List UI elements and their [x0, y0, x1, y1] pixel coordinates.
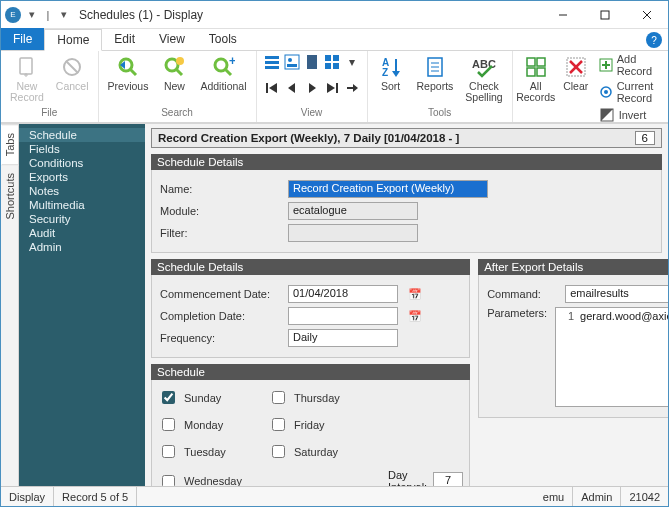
view-tab[interactable]: View [147, 28, 197, 50]
ribbon-group-view: ▾ View [257, 51, 368, 122]
svg-line-13 [176, 69, 182, 75]
vtab-shortcuts[interactable]: Shortcuts [2, 165, 18, 227]
frequency-field[interactable]: Daily [288, 329, 398, 347]
svg-point-22 [288, 58, 292, 62]
cancel-button[interactable]: Cancel [53, 53, 92, 94]
nav-last-icon[interactable] [323, 79, 341, 97]
current-record-button[interactable]: Current Record [599, 80, 667, 104]
close-button[interactable] [626, 1, 668, 28]
view-list-icon[interactable] [263, 53, 281, 71]
svg-marker-30 [269, 83, 277, 93]
nav-goto-icon[interactable] [343, 79, 361, 97]
qat-overflow-icon[interactable]: ▾ [57, 8, 71, 22]
all-records-button[interactable]: All Records [519, 53, 553, 105]
tools-tab[interactable]: Tools [197, 28, 249, 50]
minimize-button[interactable] [542, 1, 584, 28]
sort-button[interactable]: AZ Sort [374, 53, 408, 94]
label-module: Module: [160, 205, 280, 217]
view-dropdown-icon[interactable]: ▾ [343, 53, 361, 71]
reports-icon [423, 55, 447, 79]
ribbon-group-select: All Records Clear Add Record Current Rec… [513, 51, 669, 122]
nav-first-icon[interactable] [263, 79, 281, 97]
sidebar-item-audit[interactable]: Audit [19, 226, 145, 240]
chk-sunday[interactable]: Sunday [158, 388, 268, 407]
svg-text:ABC: ABC [472, 58, 496, 70]
maximize-button[interactable] [584, 1, 626, 28]
spellcheck-icon: ABC [472, 55, 496, 79]
sidebar-item-multimedia[interactable]: Multimedia [19, 198, 145, 212]
qat-dropdown-icon[interactable]: ▾ [25, 8, 39, 22]
record-header: Record Creation Export (Weekly), 7 Daily… [151, 128, 662, 148]
svg-rect-47 [537, 58, 545, 66]
svg-marker-59 [601, 109, 613, 121]
svg-rect-34 [336, 83, 338, 93]
titlebar: E ▾ | ▾ Schedules (1) - Display [1, 1, 668, 29]
view-page-icon[interactable] [303, 53, 321, 71]
command-field[interactable]: emailresults [565, 285, 668, 303]
svg-rect-27 [325, 63, 331, 69]
clear-button[interactable]: Clear [559, 53, 593, 94]
add-record-button[interactable]: Add Record [599, 53, 667, 77]
svg-marker-36 [353, 84, 358, 92]
new-record-button[interactable]: New Record [7, 53, 47, 105]
nav-prev-icon[interactable] [283, 79, 301, 97]
check-spelling-button[interactable]: ABC Check Spelling [462, 53, 505, 105]
svg-line-8 [66, 61, 78, 73]
svg-rect-23 [287, 64, 297, 67]
label-completion: Completion Date: [160, 310, 280, 322]
svg-rect-24 [307, 55, 317, 69]
svg-marker-40 [392, 71, 400, 77]
calendar-icon[interactable]: 📅 [408, 308, 422, 324]
ribbon-group-tools: AZ Sort Reports ABC Check Spelling Tools [368, 51, 513, 122]
chk-saturday[interactable]: Saturday [268, 442, 378, 461]
chk-wednesday[interactable]: Wednesday [158, 469, 268, 486]
invert-button[interactable]: Invert [599, 107, 667, 123]
sidebar-item-exports[interactable]: Exports [19, 170, 145, 184]
record-header-count: 6 [635, 131, 655, 145]
search-additional-icon: + [211, 55, 235, 79]
name-field[interactable]: Record Creation Export (Weekly) [288, 180, 488, 198]
search-new-icon [162, 55, 186, 79]
label-name: Name: [160, 183, 280, 195]
filter-field[interactable] [288, 224, 418, 242]
section-body-details-1: Name: Record Creation Export (Weekly) Mo… [151, 170, 662, 253]
commencement-date-field[interactable]: 01/04/2018 [288, 285, 398, 303]
view-thumb-icon[interactable] [323, 53, 341, 71]
sidebar-item-security[interactable]: Security [19, 212, 145, 226]
previous-button[interactable]: Previous [105, 53, 152, 94]
reports-button[interactable]: Reports [414, 53, 457, 94]
sidebar-item-schedule[interactable]: Schedule [19, 128, 145, 142]
nav-next-icon[interactable] [303, 79, 321, 97]
statusbar: Display Record 5 of 5 emu Admin 21042 [1, 486, 668, 506]
sidebar-item-notes[interactable]: Notes [19, 184, 145, 198]
label-day-interval: Day Interval: [388, 469, 427, 486]
vtab-tabs[interactable]: Tabs [1, 124, 19, 165]
additional-button[interactable]: + Additional [197, 53, 249, 94]
sidebar-item-conditions[interactable]: Conditions [19, 156, 145, 170]
sidebar-item-admin[interactable]: Admin [19, 240, 145, 254]
help-icon[interactable]: ? [646, 32, 662, 48]
edit-tab[interactable]: Edit [102, 28, 147, 50]
file-tab[interactable]: File [1, 28, 44, 50]
day-interval-row: Day Interval: 7 [388, 469, 463, 486]
view-contact-icon[interactable] [283, 53, 301, 71]
calendar-icon[interactable]: 📅 [408, 286, 422, 302]
app-window: E ▾ | ▾ Schedules (1) - Display File Hom… [0, 0, 669, 507]
completion-date-field[interactable] [288, 307, 398, 325]
chk-friday[interactable]: Friday [268, 415, 378, 434]
day-interval-field[interactable]: 7 [433, 472, 463, 486]
chk-tuesday[interactable]: Tuesday [158, 442, 268, 461]
invert-icon [599, 107, 615, 123]
record-header-text: Record Creation Export (Weekly), 7 Daily… [158, 132, 459, 144]
chk-monday[interactable]: Monday [158, 415, 268, 434]
cancel-icon [60, 55, 84, 79]
module-field[interactable]: ecatalogue [288, 202, 418, 220]
new-search-button[interactable]: New [157, 53, 191, 94]
sort-icon: AZ [379, 55, 403, 79]
chk-thursday[interactable]: Thursday [268, 388, 378, 407]
label-command: Command: [487, 288, 557, 300]
home-tab[interactable]: Home [44, 29, 102, 51]
section-schedule-details-1: Schedule Details [151, 154, 662, 170]
parameters-list[interactable]: 1 gerard.wood@axiell.com [555, 307, 668, 407]
sidebar-item-fields[interactable]: Fields [19, 142, 145, 156]
